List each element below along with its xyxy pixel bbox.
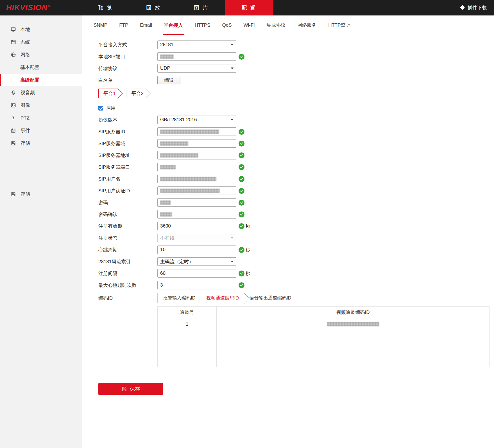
text-input[interactable] xyxy=(157,127,236,136)
select-input[interactable]: UDP xyxy=(157,64,236,73)
sidebar-item[interactable]: 高级配置 xyxy=(0,74,82,86)
platform-tab[interactable]: 平台2 xyxy=(126,89,146,98)
form-row: SIP用户认证ID xyxy=(98,185,494,197)
encode-id-tab[interactable]: 视频通道编码ID xyxy=(201,293,244,303)
text-input[interactable] xyxy=(157,210,236,219)
table-header-row: 通道号视频通道编码ID xyxy=(158,307,489,318)
edit-button[interactable]: 编辑 xyxy=(157,76,180,84)
field-label: 心跳周期 xyxy=(98,247,157,253)
config-tab[interactable]: 网络服务 xyxy=(297,15,316,35)
field-label: SIP服务器域 xyxy=(98,140,157,147)
select-value: 不在线 xyxy=(160,235,231,241)
encode-id-label: 编码ID xyxy=(98,295,157,301)
sidebar-item[interactable]: 存储 xyxy=(0,137,82,150)
sidebar-item[interactable]: 图像 xyxy=(0,99,82,112)
table-empty-cell xyxy=(217,330,489,367)
chevron-down-icon xyxy=(231,237,234,239)
check-ok-icon xyxy=(239,282,244,288)
brand-logo-text: HIKVISION xyxy=(6,3,47,12)
select-input[interactable]: GB/T28181-2016 xyxy=(157,116,236,124)
field-label: 协议版本 xyxy=(98,117,157,123)
table-row[interactable]: 1 xyxy=(158,318,489,330)
plugin-download-button[interactable]: 插件下载 xyxy=(460,0,494,15)
config-tab[interactable]: FTP xyxy=(119,15,128,35)
config-tab[interactable]: SNMP xyxy=(94,15,107,35)
sidebar-item-label: 视音频 xyxy=(21,89,35,96)
field-label: SIP用户认证ID xyxy=(98,188,157,194)
select-value: UDP xyxy=(160,66,231,71)
top-nav-item[interactable]: 图 片 xyxy=(177,0,225,15)
top-nav-item[interactable]: 预 览 xyxy=(82,0,130,15)
enable-checkbox[interactable] xyxy=(98,106,103,111)
config-tab[interactable]: Email xyxy=(140,15,152,35)
encode-id-row: 编码ID 报警输入编码ID视频通道编码ID语音输出通道编码ID xyxy=(98,292,494,305)
check-ok-icon xyxy=(239,223,244,229)
sidebar-item[interactable]: 事件 xyxy=(0,124,82,137)
select-input[interactable]: 28181 xyxy=(157,40,236,49)
field-label: 密码确认 xyxy=(98,211,157,218)
ptz-icon xyxy=(11,115,16,121)
form-row: 密码确认 xyxy=(98,208,494,220)
form-row: 28181码流索引主码流（定时） xyxy=(98,256,494,267)
save-button[interactable]: 保存 xyxy=(98,383,163,395)
sidebar-item-label: PTZ xyxy=(21,115,30,121)
config-tab[interactable]: Wi-Fi xyxy=(244,15,255,35)
config-tab[interactable]: QoS xyxy=(222,15,232,35)
config-tab[interactable]: HTTPS xyxy=(195,15,210,35)
encode-id-tabs: 报警输入编码ID视频通道编码ID语音输出通道编码ID xyxy=(157,293,297,303)
enable-row: 启用 xyxy=(98,102,494,114)
text-input[interactable] xyxy=(157,186,236,195)
unit-label: 秒 xyxy=(246,223,250,229)
audio-video-icon xyxy=(11,90,16,95)
text-input[interactable] xyxy=(157,151,236,159)
text-input[interactable] xyxy=(157,139,236,148)
field-label: 注册状态 xyxy=(98,235,157,241)
encode-id-tab[interactable]: 语音输出通道编码ID xyxy=(244,293,297,303)
text-input[interactable]: 10 xyxy=(157,246,236,254)
top-nav: 预 览回 放图 片配 置 xyxy=(82,0,273,15)
save-icon xyxy=(121,386,127,392)
sidebar-item[interactable]: 基本配置 xyxy=(0,61,82,74)
sidebar-item-label: 存储 xyxy=(21,191,30,197)
top-nav-item[interactable]: 配 置 xyxy=(225,0,273,15)
select-input: 不在线 xyxy=(157,234,236,242)
form-row: 心跳周期10秒 xyxy=(98,244,494,256)
brand-logo: HIKVISION® xyxy=(0,0,82,15)
encode-id-tab[interactable]: 报警输入编码ID xyxy=(158,293,201,303)
config-tab[interactable]: 平台接入 xyxy=(164,15,183,35)
sidebar-item[interactable]: PTZ xyxy=(0,112,82,124)
sidebar-item[interactable]: 本地 xyxy=(0,23,82,36)
chevron-down-icon xyxy=(231,261,234,262)
text-input[interactable]: 3 xyxy=(157,281,236,289)
top-nav-item[interactable]: 回 放 xyxy=(130,0,177,15)
platform-tab[interactable]: 平台1 xyxy=(98,89,118,98)
field-label: SIP服务器ID xyxy=(98,129,157,135)
redacted-value xyxy=(160,212,172,217)
field-label: 传输协议 xyxy=(98,65,157,72)
sidebar-item[interactable]: 视音频 xyxy=(0,86,82,99)
check-ok-icon xyxy=(239,141,244,147)
redacted-value xyxy=(160,153,198,157)
text-input[interactable]: 3600 xyxy=(157,222,236,230)
check-ok-icon xyxy=(239,200,244,206)
sidebar-item[interactable]: 网络 xyxy=(0,48,82,61)
select-input[interactable]: 主码流（定时） xyxy=(157,257,236,266)
text-input[interactable] xyxy=(157,175,236,183)
text-input[interactable] xyxy=(157,198,236,207)
sidebar-item[interactable]: 系统 xyxy=(0,36,82,48)
table-header-cell: 通道号 xyxy=(158,307,217,318)
text-input[interactable]: 60 xyxy=(157,269,236,278)
channel-table: 通道号视频通道编码ID 1 xyxy=(157,306,490,367)
unit-label: 秒 xyxy=(246,270,250,277)
storage-icon xyxy=(11,141,16,146)
config-tab[interactable]: HTTP监听 xyxy=(328,15,350,35)
text-input[interactable] xyxy=(157,52,236,61)
main-content: SNMPFTPEmail平台接入HTTPSQoSWi-Fi集成协议网络服务HTT… xyxy=(82,15,494,448)
redacted-value xyxy=(160,177,216,181)
text-input[interactable] xyxy=(157,163,236,171)
redacted-value xyxy=(160,189,220,193)
field-label: 密码 xyxy=(98,199,157,206)
sidebar-item-label: 高级配置 xyxy=(20,77,39,83)
config-tab[interactable]: 集成协议 xyxy=(266,15,285,35)
field-label: SIP服务器地址 xyxy=(98,152,157,159)
